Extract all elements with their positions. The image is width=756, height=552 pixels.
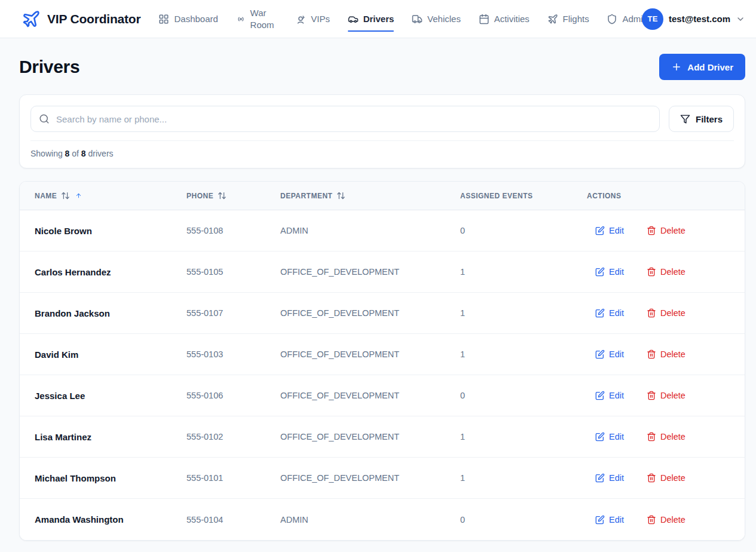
- driver-name: Amanda Washington: [35, 514, 186, 525]
- shield-icon: [607, 14, 617, 24]
- user-menu[interactable]: TE test@test.com: [642, 8, 745, 30]
- delete-button[interactable]: Delete: [647, 308, 685, 318]
- driver-assigned-events: 0: [460, 226, 587, 235]
- driver-department: OFFICE_OF_DEVELOPMENT: [280, 432, 460, 441]
- delete-label: Delete: [660, 349, 685, 359]
- driver-name: David Kim: [35, 349, 186, 360]
- delete-button[interactable]: Delete: [647, 349, 685, 359]
- main-nav: Dashboard War Room VIPs Drivers Vehicles…: [158, 5, 648, 33]
- table-row: Michael Thompson 555-0101 OFFICE_OF_DEVE…: [20, 458, 745, 499]
- driver-department: ADMIN: [280, 226, 460, 235]
- nav-item-dashboard[interactable]: Dashboard: [158, 11, 218, 27]
- edit-button[interactable]: Edit: [595, 349, 624, 359]
- showing-prefix: Showing: [30, 149, 63, 158]
- column-label: NAME: [35, 192, 57, 200]
- driver-phone: 555-0103: [186, 349, 280, 359]
- driver-assigned-events: 0: [460, 391, 587, 400]
- edit-button[interactable]: Edit: [595, 308, 624, 318]
- edit-label: Edit: [609, 267, 624, 277]
- driver-department: OFFICE_OF_DEVELOPMENT: [280, 308, 460, 318]
- showing-middle: of: [72, 149, 79, 158]
- add-driver-button[interactable]: Add Driver: [659, 54, 745, 80]
- edit-button[interactable]: Edit: [595, 473, 624, 483]
- user-email: test@test.com: [669, 14, 730, 24]
- driver-name: Michael Thompson: [35, 473, 186, 483]
- delete-button[interactable]: Delete: [647, 226, 685, 235]
- edit-button[interactable]: Edit: [595, 391, 624, 400]
- driver-department: OFFICE_OF_DEVELOPMENT: [280, 267, 460, 277]
- delete-button[interactable]: Delete: [647, 267, 685, 277]
- edit-button[interactable]: Edit: [595, 267, 624, 277]
- edit-button[interactable]: Edit: [595, 515, 624, 525]
- page-title: Drivers: [19, 57, 79, 77]
- edit-button[interactable]: Edit: [595, 432, 624, 441]
- edit-icon: [595, 308, 605, 318]
- search-input[interactable]: [30, 106, 660, 132]
- table-row: Nicole Brown 555-0108 ADMIN 0 Edit Delet…: [20, 210, 745, 252]
- driver-name: Brandon Jackson: [35, 308, 186, 318]
- showing-suffix: drivers: [88, 149, 114, 158]
- driver-name: Lisa Martinez: [35, 432, 186, 442]
- delete-label: Delete: [660, 473, 685, 483]
- delete-label: Delete: [660, 515, 685, 525]
- sort-ascending-icon: [75, 192, 82, 199]
- edit-button[interactable]: Edit: [595, 226, 624, 235]
- delete-button[interactable]: Delete: [647, 391, 685, 400]
- driver-assigned-events: 1: [460, 349, 587, 359]
- driver-assigned-events: 1: [460, 432, 587, 441]
- total-count: 8: [81, 149, 86, 158]
- edit-label: Edit: [609, 308, 624, 318]
- avatar[interactable]: TE: [642, 8, 663, 30]
- edit-label: Edit: [609, 432, 624, 441]
- table-row: Lisa Martinez 555-0102 OFFICE_OF_DEVELOP…: [20, 416, 745, 458]
- driver-assigned-events: 0: [460, 515, 587, 525]
- driver-name: Carlos Hernandez: [35, 267, 186, 277]
- driver-phone: 555-0107: [186, 308, 280, 318]
- driver-phone: 555-0105: [186, 267, 280, 277]
- filter-icon: [680, 114, 690, 124]
- filters-button[interactable]: Filters: [669, 106, 734, 132]
- nav-item-flights[interactable]: Flights: [547, 11, 589, 27]
- filters-label: Filters: [696, 114, 723, 124]
- column-header-department[interactable]: DEPARTMENT: [280, 191, 460, 200]
- shown-count: 8: [65, 149, 70, 158]
- nav-item-drivers[interactable]: Drivers: [348, 11, 394, 27]
- edit-label: Edit: [609, 349, 624, 359]
- results-count: Showing 8 of 8 drivers: [30, 141, 734, 158]
- nav-item-vips[interactable]: VIPs: [295, 11, 330, 27]
- nav-label: Drivers: [363, 14, 394, 24]
- driver-department: OFFICE_OF_DEVELOPMENT: [280, 473, 460, 483]
- driver-department: ADMIN: [280, 515, 460, 525]
- driver-phone: 555-0108: [186, 226, 280, 235]
- plus-icon: [671, 62, 682, 72]
- column-header-phone[interactable]: PHONE: [186, 191, 280, 200]
- brand: VIP Coordinator: [22, 10, 140, 29]
- column-header-name[interactable]: NAME: [35, 191, 186, 200]
- main-content: Drivers Add Driver Filters Showing 8 of …: [0, 54, 756, 541]
- driver-assigned-events: 1: [460, 308, 587, 318]
- driver-name: Jessica Lee: [35, 391, 186, 401]
- trash-icon: [647, 515, 656, 525]
- chevron-down-icon[interactable]: [736, 14, 745, 24]
- delete-button[interactable]: Delete: [647, 515, 685, 525]
- column-label: ASSIGNED EVENTS: [460, 192, 533, 200]
- nav-item-vehicles[interactable]: Vehicles: [412, 11, 461, 27]
- delete-button[interactable]: Delete: [647, 432, 685, 441]
- nav-label: Dashboard: [174, 14, 218, 24]
- edit-label: Edit: [609, 391, 624, 400]
- nav-label: Flights: [563, 14, 589, 24]
- delete-button[interactable]: Delete: [647, 473, 685, 483]
- column-header-assigned-events: ASSIGNED EVENTS: [460, 192, 587, 200]
- column-label: ACTIONS: [587, 192, 622, 200]
- edit-icon: [595, 391, 605, 400]
- nav-item-activities[interactable]: Activities: [479, 11, 529, 27]
- driver-department: OFFICE_OF_DEVELOPMENT: [280, 391, 460, 400]
- nav-item-war-room[interactable]: War Room: [236, 5, 278, 33]
- driver-phone: 555-0104: [186, 515, 280, 525]
- sort-arrows-icon: [61, 191, 70, 200]
- driver-name: Nicole Brown: [35, 226, 186, 236]
- column-header-actions: ACTIONS: [587, 192, 745, 200]
- delete-label: Delete: [660, 432, 685, 441]
- car-icon: [348, 14, 359, 24]
- sort-arrows-icon: [336, 191, 345, 200]
